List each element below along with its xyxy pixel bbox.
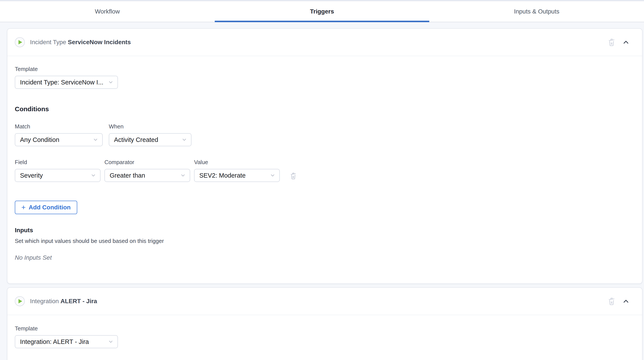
collapse-trigger-button[interactable] [622,297,630,305]
value-label: Value [194,159,280,165]
trigger-card-header[interactable]: Integration ALERT - Jira [8,288,642,315]
chevron-down-icon [108,80,114,85]
when-select[interactable]: Activity Created [109,133,192,146]
trigger-name: ALERT - Jira [60,298,97,304]
trash-icon [607,38,616,47]
comparator-select[interactable]: Greater than [104,169,190,182]
when-select-value: Activity Created [114,136,158,143]
match-label: Match [15,123,103,130]
triggers-panel: Incident Type ServiceNow Incidents [0,22,644,360]
delete-trigger-button[interactable] [607,297,616,305]
inputs-heading: Inputs [15,227,635,234]
chevron-down-icon [180,173,186,178]
when-label: When [109,123,192,130]
delete-trigger-button[interactable] [607,38,616,47]
chevron-up-icon [622,38,630,46]
chevron-down-icon [93,137,98,143]
workflow-tab-bar: Workflow Triggers Inputs & Outputs [0,1,644,22]
field-column: Field Severity [15,159,100,182]
plus-icon: + [21,203,26,211]
trigger-card-header[interactable]: Incident Type ServiceNow Incidents [8,29,642,56]
trigger-card-body: Template Incident Type: ServiceNow I... … [8,66,642,283]
conditions-heading: Conditions [15,105,635,113]
trigger-card-body: Template Integration: ALERT - Jira [8,325,642,360]
template-section: Template Incident Type: ServiceNow I... [15,66,635,89]
play-triangle-icon [18,299,22,303]
inputs-description: Set which input values should be used ba… [15,238,635,244]
trigger-card-jira: Integration ALERT - Jira [7,287,642,360]
add-condition-button[interactable]: + Add Condition [15,201,77,214]
conditions-match-row: Match Any Condition When Activity Create… [15,123,635,146]
comparator-column: Comparator Greater than [104,159,190,182]
collapse-trigger-button[interactable] [622,38,630,46]
chevron-down-icon [108,339,114,344]
inputs-empty-state: No Inputs Set [15,254,635,283]
play-triangle-icon [18,40,22,44]
template-select[interactable]: Incident Type: ServiceNow I... [15,76,118,89]
template-select-value: Integration: ALERT - Jira [20,338,89,345]
trigger-title: Integration ALERT - Jira [30,298,97,305]
template-label: Template [15,325,635,332]
field-label: Field [15,159,100,165]
trigger-play-icon [15,296,25,306]
field-select[interactable]: Severity [15,169,100,182]
tab-inputs-outputs[interactable]: Inputs & Outputs [429,1,644,22]
value-column: Value SEV2: Moderate [194,159,280,182]
value-select[interactable]: SEV2: Moderate [194,169,280,182]
tab-triggers[interactable]: Triggers [215,1,430,22]
chevron-down-icon [182,137,187,143]
template-section: Template Integration: ALERT - Jira [15,325,635,348]
chevron-up-icon [622,297,630,305]
field-select-value: Severity [20,172,43,179]
tab-workflow[interactable]: Workflow [0,1,215,22]
template-select[interactable]: Integration: ALERT - Jira [15,335,118,348]
match-select-value: Any Condition [20,136,60,143]
trigger-name: ServiceNow Incidents [68,39,131,46]
trigger-title: Incident Type ServiceNow Incidents [30,39,131,46]
when-column: When Activity Created [109,123,192,146]
trigger-type-label: Incident Type [30,39,66,46]
chevron-down-icon [90,173,96,178]
value-select-value: SEV2: Moderate [199,172,246,179]
trigger-type-label: Integration [30,298,59,304]
trash-icon [289,172,297,180]
condition-row: Field Severity Comparator Greater than [15,159,635,182]
add-condition-label: Add Condition [29,204,71,211]
template-select-value: Incident Type: ServiceNow I... [20,79,103,86]
match-column: Match Any Condition [15,123,103,146]
trigger-card-servicenow: Incident Type ServiceNow Incidents [7,28,642,284]
comparator-label: Comparator [104,159,190,165]
template-label: Template [15,66,635,72]
delete-condition-button[interactable] [289,172,297,180]
trigger-play-icon [15,37,25,47]
comparator-select-value: Greater than [110,172,145,179]
match-select[interactable]: Any Condition [15,133,103,146]
chevron-down-icon [270,173,276,178]
trash-icon [607,297,616,305]
